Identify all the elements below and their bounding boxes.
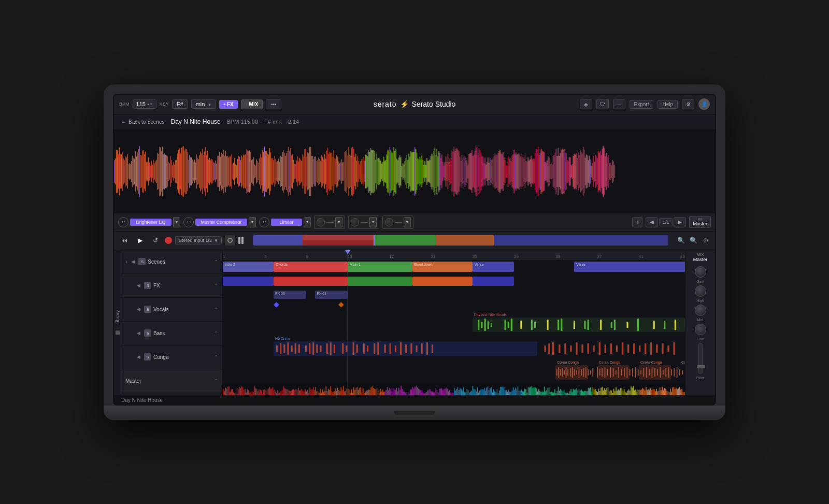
scene-block-4[interactable] — [412, 277, 473, 286]
mix-fader[interactable] — [698, 343, 703, 374]
minus-icon-btn[interactable]: — — [613, 99, 625, 109]
effect-2-icon[interactable]: ↩ — [183, 217, 194, 227]
clip-verse2[interactable]: Verse — [574, 262, 685, 272]
loop-button[interactable]: ↺ — [149, 234, 162, 247]
knob-3-select[interactable]: ▼ — [404, 217, 411, 227]
user-avatar[interactable]: 👤 — [698, 98, 710, 110]
effect-2-chevron[interactable]: ▼ — [249, 217, 256, 227]
scene-block-1[interactable] — [223, 277, 274, 286]
conga-collapse[interactable]: ⌃ — [214, 354, 218, 360]
vocals-s-badge[interactable]: S — [144, 306, 151, 313]
vocals-waveform[interactable] — [473, 318, 685, 332]
clip-verse1[interactable]: Verse — [473, 262, 514, 272]
svg-rect-489 — [604, 148, 604, 194]
add-effect-button[interactable]: + — [632, 217, 642, 227]
bass-mute-icon[interactable]: ◀ — [135, 329, 142, 337]
shield-icon-btn[interactable]: 🛡 — [596, 99, 609, 109]
mix-button[interactable]: ↑ MIX — [241, 99, 263, 109]
effect-1-name[interactable]: Brightener EQ — [130, 219, 171, 226]
low-knob[interactable] — [695, 324, 706, 335]
clip-fx08-1[interactable]: FX 08 — [274, 291, 306, 299]
play-button[interactable]: ▶ — [134, 234, 146, 247]
fx-button[interactable]: + FX — [219, 100, 237, 109]
clip-intro2[interactable]: Intro 2 — [223, 262, 274, 272]
effect-1-chevron[interactable]: ▼ — [173, 217, 180, 227]
key-value[interactable]: F# — [172, 99, 188, 109]
clip-breakdown[interactable]: Breakdown — [412, 262, 473, 272]
effect-3-name[interactable]: Limiter — [271, 219, 302, 226]
library-sidebar[interactable]: Library — [114, 250, 121, 395]
high-knob[interactable] — [695, 285, 706, 297]
fader-handle[interactable] — [697, 365, 705, 368]
knob-2-select[interactable]: ▼ — [369, 217, 377, 227]
scene-block-3[interactable] — [348, 277, 412, 286]
effect-3-chevron[interactable]: ▼ — [304, 217, 311, 227]
master-collapse[interactable]: ⌃ — [214, 378, 218, 384]
mid-knob[interactable] — [695, 305, 706, 316]
knob-2a[interactable] — [351, 218, 359, 226]
bass-waveform[interactable] — [274, 341, 537, 356]
scene-block-5[interactable] — [473, 277, 514, 286]
bass-s-badge[interactable]: S — [144, 329, 151, 337]
bpm-spinner[interactable]: ▲▼ — [147, 103, 153, 106]
clip-main1[interactable]: Main 1 — [348, 262, 412, 272]
settings-icon-btn[interactable]: ⚙ — [682, 99, 694, 109]
export-button[interactable]: Export — [630, 100, 654, 109]
fx-collapse[interactable]: ⌃ — [214, 283, 218, 289]
bpm-control[interactable]: 115 ▲▼ — [133, 99, 156, 109]
conga-waveform[interactable] — [555, 366, 685, 379]
help-button[interactable]: Help — [658, 100, 678, 109]
key-mode[interactable]: min ▼ — [191, 99, 217, 109]
prev-btn[interactable]: ◀ — [646, 217, 658, 227]
scenes-s-badge[interactable]: S — [138, 258, 146, 265]
pause-button[interactable] — [238, 237, 246, 244]
track-row-fx[interactable]: FX 08 FX 08 ◆ ◆ — [223, 287, 685, 311]
fx-s-badge[interactable]: S — [144, 282, 151, 289]
vocals-mute-icon[interactable]: ◀ — [135, 306, 142, 313]
scenes-collapse[interactable]: ⌃ — [214, 259, 218, 265]
knob-1-select[interactable]: ▼ — [335, 217, 342, 227]
extra-btn[interactable]: ••• — [266, 99, 281, 109]
zoom-in-icon[interactable]: 🔍 — [688, 235, 698, 246]
fx-marker-2[interactable]: ◆ — [338, 300, 344, 308]
track-row-scenes[interactable]: Intro 2 Chords Main 1 Breakdown Verse Ve… — [223, 261, 685, 287]
track-row-vocals[interactable]: Day and Nite Vocals — [223, 311, 685, 335]
clip-fx08-2[interactable]: FX 08 — [315, 291, 347, 299]
record-button[interactable] — [165, 237, 172, 244]
scenes-expand[interactable]: › — [125, 259, 127, 265]
bass-collapse[interactable]: ⌃ — [214, 330, 218, 336]
clip-chords[interactable]: Chords — [274, 262, 348, 272]
track-row-conga[interactable]: Corea Conga Corea Conga Corea Conga Core… — [223, 359, 685, 383]
track-row-master[interactable] — [223, 383, 685, 395]
fx-mute-icon[interactable]: ◀ — [135, 282, 142, 289]
conga-s-badge[interactable]: S — [144, 353, 151, 361]
view-icon[interactable]: ⊕ — [701, 235, 711, 246]
conga-mute-icon[interactable]: ◀ — [135, 353, 142, 361]
svg-rect-670 — [267, 388, 268, 395]
knob-1a[interactable] — [317, 218, 325, 226]
timeline-mini-bg[interactable] — [253, 235, 668, 246]
bass-waveform-2[interactable] — [541, 341, 685, 356]
fx-master-section[interactable]: FX Master — [689, 216, 711, 228]
zoom-out-icon[interactable]: 🔍 — [676, 235, 686, 246]
scenes-mute-icon[interactable]: ◀ — [129, 258, 136, 265]
svg-rect-293 — [407, 160, 408, 183]
fx-marker-1[interactable]: ◆ — [274, 300, 279, 308]
gain-knob[interactable] — [695, 266, 706, 278]
back-button[interactable]: ← Back to Scenes — [121, 119, 164, 125]
logo-icon-btn[interactable]: ◈ — [580, 99, 592, 109]
skip-back-button[interactable]: ⏮ — [118, 234, 131, 247]
scene-block-2[interactable] — [274, 277, 348, 286]
input-select[interactable]: Stereo Input 1/2 ▼ — [175, 236, 222, 244]
effect-1-icon[interactable]: ↩ — [118, 217, 128, 227]
ratio-display[interactable]: 1/1 — [659, 218, 673, 226]
knob-3a[interactable] — [385, 218, 393, 226]
svg-rect-390 — [505, 160, 505, 183]
master-waveform[interactable] — [223, 385, 685, 395]
arm-button[interactable] — [225, 235, 235, 246]
track-row-bass[interactable]: No Crime — [223, 335, 685, 359]
next-btn[interactable]: ▶ — [674, 217, 686, 227]
effect-2-name[interactable]: Master Compressor — [195, 219, 247, 226]
vocals-collapse[interactable]: ⌃ — [214, 307, 218, 312]
effect-3-icon[interactable]: ↩ — [259, 217, 269, 227]
